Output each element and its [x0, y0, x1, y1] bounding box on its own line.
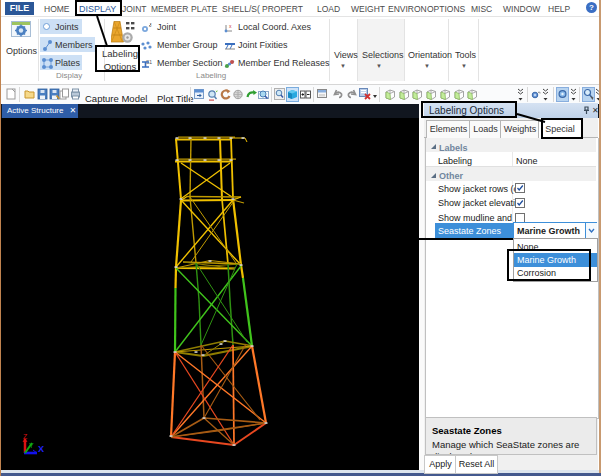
- svg-text:X: X: [38, 444, 44, 454]
- svg-text:J: J: [149, 23, 152, 28]
- svg-text:x: x: [229, 23, 232, 29]
- svg-text:Y: Y: [29, 442, 34, 449]
- svg-text:Z: Z: [23, 433, 28, 440]
